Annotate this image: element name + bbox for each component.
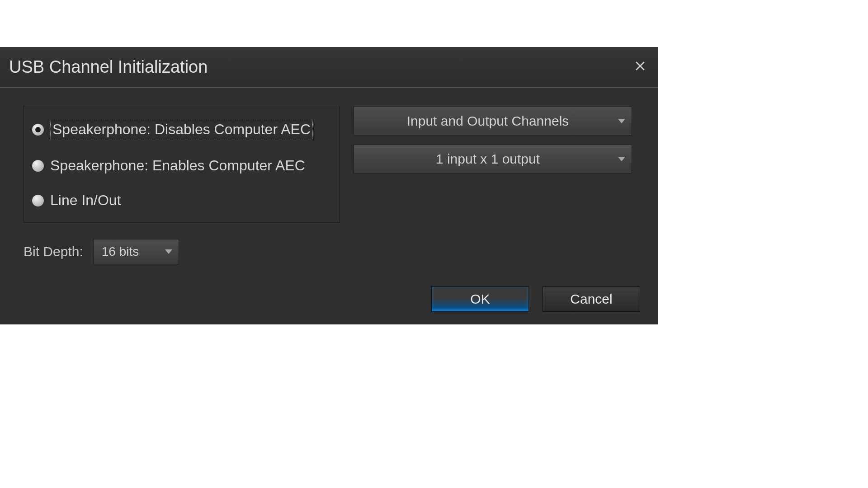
- chevron-down-icon: [618, 157, 625, 161]
- bit-depth-label: Bit Depth:: [24, 244, 83, 259]
- ok-button-label: OK: [470, 291, 490, 307]
- channels-count-dropdown[interactable]: 1 input x 1 output: [354, 145, 632, 174]
- radio-option-speakerphone-enable-aec[interactable]: Speakerphone: Enables Computer AEC: [32, 157, 331, 174]
- mode-radio-group: Speakerphone: Disables Computer AEC Spea…: [24, 106, 340, 223]
- right-column: Input and Output Channels 1 input x 1 ou…: [354, 106, 640, 264]
- radio-icon: [32, 160, 44, 172]
- svg-marker-2: [165, 249, 172, 254]
- radio-icon: [32, 195, 44, 206]
- chevron-down-icon: [618, 119, 625, 123]
- dialog-body: Speakerphone: Disables Computer AEC Spea…: [0, 88, 658, 273]
- svg-marker-3: [618, 119, 625, 123]
- close-button[interactable]: [631, 58, 649, 76]
- radio-option-speakerphone-disable-aec[interactable]: Speakerphone: Disables Computer AEC: [32, 120, 331, 139]
- dialog-title: USB Channel Initialization: [9, 57, 631, 77]
- close-icon: [635, 61, 645, 73]
- cancel-button[interactable]: Cancel: [542, 286, 640, 312]
- radio-option-line-in-out[interactable]: Line In/Out: [32, 192, 331, 209]
- ok-button[interactable]: OK: [431, 286, 529, 312]
- left-column: Speakerphone: Disables Computer AEC Spea…: [24, 106, 340, 264]
- bit-depth-dropdown[interactable]: 16 bits: [93, 239, 179, 264]
- chevron-down-icon: [165, 249, 172, 254]
- cancel-button-label: Cancel: [570, 291, 612, 307]
- channels-count-value: 1 input x 1 output: [354, 147, 632, 171]
- dialog-window: USB Channel Initialization Speakerphone:…: [0, 47, 658, 324]
- title-bar: USB Channel Initialization: [0, 47, 658, 88]
- dialog-footer: OK Cancel: [431, 286, 640, 312]
- channels-mode-dropdown[interactable]: Input and Output Channels: [354, 107, 632, 136]
- svg-marker-4: [618, 157, 625, 161]
- bit-depth-row: Bit Depth: 16 bits: [24, 239, 340, 264]
- radio-label: Speakerphone: Disables Computer AEC: [50, 120, 313, 139]
- radio-label: Line In/Out: [50, 192, 121, 209]
- radio-icon: [32, 124, 44, 136]
- channels-mode-value: Input and Output Channels: [354, 109, 632, 133]
- radio-label: Speakerphone: Enables Computer AEC: [50, 157, 305, 174]
